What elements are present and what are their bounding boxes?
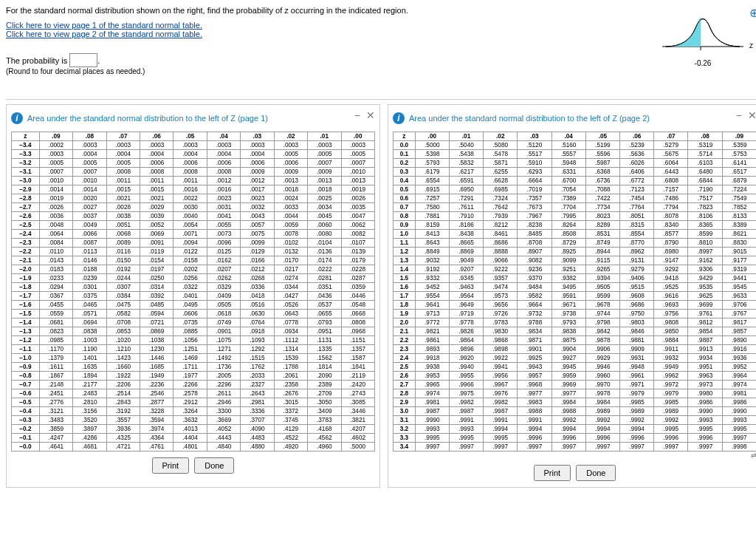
minimize-icon[interactable]: − — [736, 109, 742, 121]
z-table-panel-1: −✕ iArea under the standard normal distr… — [6, 104, 380, 488]
done-button-2[interactable]: Done — [576, 465, 616, 481]
normal-curve-figure: -0.26 z — [659, 6, 747, 67]
link-table-page2[interactable]: Click here to view page 2 of the standar… — [6, 30, 756, 38]
answer-label: The probability is — [6, 56, 67, 65]
rounding-hint: (Round to four decimal places as needed.… — [6, 67, 756, 75]
print-button-1[interactable]: Print — [152, 457, 190, 474]
done-button-1[interactable]: Done — [194, 457, 234, 474]
close-icon[interactable]: ✕ — [366, 109, 375, 121]
info-icon: i — [11, 112, 23, 124]
minimize-icon[interactable]: − — [354, 109, 360, 121]
question-prompt: For the standard normal distribution sho… — [6, 6, 756, 15]
z-table-panel-2: −✕ iArea under the standard normal distr… — [388, 104, 756, 488]
probability-input[interactable] — [69, 53, 97, 67]
zoom-in-icon[interactable]: ⊕ — [749, 6, 756, 20]
close-icon[interactable]: ✕ — [748, 109, 756, 121]
z-table-1: z.09.08.07.06.05.04.03.02.01.00−3.4.0002… — [11, 132, 375, 451]
info-icon: i — [393, 112, 405, 124]
print-button-2[interactable]: Print — [534, 465, 571, 481]
link-table-page1[interactable]: Click here to view page 1 of the standar… — [6, 21, 756, 30]
scroll-hint-icon: ⇄ — [393, 451, 756, 459]
panel2-title: Area under the standard normal distribut… — [409, 114, 650, 123]
panel1-title: Area under the standard normal distribut… — [27, 114, 268, 123]
z-table-2: z.00.01.02.03.04.05.06.07.08.090.0.5000.… — [393, 132, 756, 451]
